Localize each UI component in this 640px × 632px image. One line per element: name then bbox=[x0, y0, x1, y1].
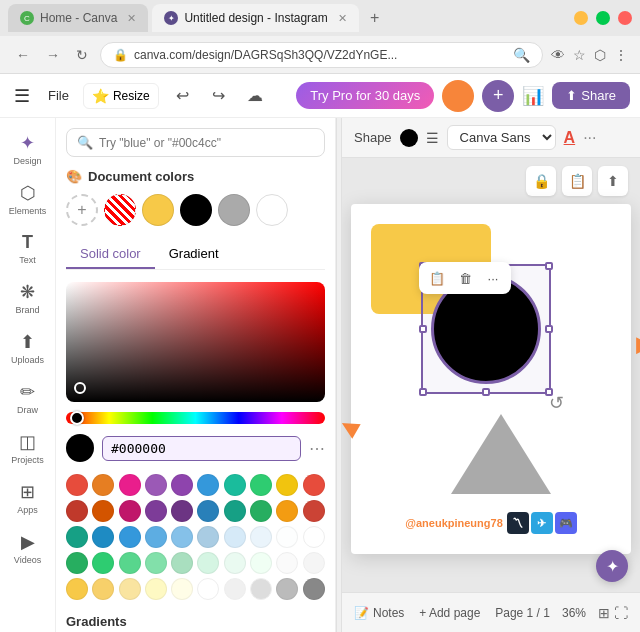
social-icon-telegram[interactable]: ✈ bbox=[531, 512, 553, 534]
swatch[interactable] bbox=[145, 500, 167, 522]
swatch[interactable] bbox=[119, 526, 141, 548]
swatch[interactable] bbox=[92, 526, 114, 548]
sidebar-item-uploads[interactable]: ⬆ Uploads bbox=[4, 325, 52, 371]
swatch[interactable] bbox=[171, 500, 193, 522]
swatch[interactable] bbox=[224, 500, 246, 522]
more-element-options[interactable]: ··· bbox=[481, 266, 505, 290]
selection-handle-lm[interactable] bbox=[419, 325, 427, 333]
redo-button[interactable]: ↪ bbox=[203, 80, 235, 112]
selection-handle-rm[interactable] bbox=[545, 325, 553, 333]
social-icon-steam[interactable]: 〽 bbox=[507, 512, 529, 534]
swatch[interactable] bbox=[303, 500, 325, 522]
swatch[interactable] bbox=[145, 526, 167, 548]
analytics-icon[interactable]: 📊 bbox=[522, 85, 544, 107]
home-tab-close[interactable]: ✕ bbox=[127, 12, 136, 25]
swatch[interactable] bbox=[276, 500, 298, 522]
add-color-button[interactable]: + bbox=[66, 194, 98, 226]
shape-color-dot[interactable] bbox=[400, 129, 418, 147]
swatch[interactable] bbox=[92, 578, 114, 600]
forward-button[interactable]: → bbox=[42, 45, 64, 65]
grid-view-button[interactable]: ⊞ bbox=[598, 605, 610, 621]
swatch[interactable] bbox=[145, 474, 167, 496]
swatch[interactable] bbox=[197, 526, 219, 548]
design-tab-close[interactable]: ✕ bbox=[338, 12, 347, 25]
swatch[interactable] bbox=[119, 578, 141, 600]
swatch[interactable] bbox=[303, 578, 325, 600]
new-tab-button[interactable]: + bbox=[363, 6, 387, 30]
swatch[interactable] bbox=[224, 526, 246, 548]
swatch[interactable] bbox=[303, 552, 325, 574]
swatch[interactable] bbox=[250, 578, 272, 600]
try-pro-button[interactable]: Try Pro for 30 days bbox=[296, 82, 434, 109]
swatch[interactable] bbox=[197, 552, 219, 574]
more-options-icon[interactable]: ··· bbox=[583, 129, 596, 147]
social-icon-discord[interactable]: 🎮 bbox=[555, 512, 577, 534]
hue-slider[interactable] bbox=[66, 412, 325, 424]
selection-handle-tr[interactable] bbox=[545, 262, 553, 270]
refresh-button[interactable]: ↻ bbox=[72, 45, 92, 65]
star-icon[interactable]: ☆ bbox=[573, 47, 586, 63]
swatch[interactable] bbox=[224, 578, 246, 600]
sidebar-item-elements[interactable]: ⬡ Elements bbox=[4, 176, 52, 222]
sidebar-item-draw[interactable]: ✏ Draw bbox=[4, 375, 52, 421]
color-picker[interactable] bbox=[66, 282, 325, 402]
share-button[interactable]: ⬆ Share bbox=[552, 82, 630, 109]
color-search-input[interactable] bbox=[99, 136, 314, 150]
delete-element-button[interactable]: 🗑 bbox=[453, 266, 477, 290]
swatch[interactable] bbox=[250, 500, 272, 522]
gray-triangle-shape[interactable] bbox=[451, 414, 551, 494]
swatch[interactable] bbox=[197, 500, 219, 522]
selection-handle-bm[interactable] bbox=[482, 388, 490, 396]
minimize-button[interactable] bbox=[574, 11, 588, 25]
swatch[interactable] bbox=[119, 474, 141, 496]
resize-button[interactable]: ⭐ Resize bbox=[83, 83, 159, 109]
swatch[interactable] bbox=[145, 578, 167, 600]
color-picker-handle[interactable] bbox=[74, 382, 86, 394]
swatch[interactable] bbox=[276, 526, 298, 548]
swatch[interactable] bbox=[250, 552, 272, 574]
swatch[interactable] bbox=[276, 578, 298, 600]
swatch[interactable] bbox=[66, 526, 88, 548]
cloud-save-button[interactable]: ☁ bbox=[239, 80, 271, 112]
sidebar-item-text[interactable]: T Text bbox=[4, 226, 52, 271]
swatch[interactable] bbox=[92, 552, 114, 574]
undo-button[interactable]: ↩ bbox=[167, 80, 199, 112]
user-avatar[interactable] bbox=[442, 80, 474, 112]
swatch[interactable] bbox=[92, 474, 114, 496]
menu-button[interactable]: ☰ bbox=[10, 81, 34, 111]
swatch[interactable] bbox=[145, 552, 167, 574]
swatch[interactable] bbox=[66, 552, 88, 574]
font-selector[interactable]: Canva Sans bbox=[447, 125, 556, 150]
file-menu-button[interactable]: File bbox=[42, 84, 75, 107]
swatch[interactable] bbox=[197, 474, 219, 496]
rotate-handle[interactable]: ↺ bbox=[549, 392, 564, 414]
swatch[interactable] bbox=[92, 500, 114, 522]
hex-input[interactable] bbox=[102, 436, 301, 461]
doc-color-white[interactable] bbox=[256, 194, 288, 226]
extension-icon[interactable]: ⬡ bbox=[594, 47, 606, 63]
hue-handle[interactable] bbox=[70, 411, 84, 425]
add-button[interactable]: + bbox=[482, 80, 514, 112]
sidebar-item-brand[interactable]: ❋ Brand bbox=[4, 275, 52, 321]
sidebar-item-design[interactable]: ✦ Design bbox=[4, 126, 52, 172]
sidebar-item-videos[interactable]: ▶ Videos bbox=[4, 525, 52, 571]
swatch[interactable] bbox=[66, 474, 88, 496]
more-options-icon[interactable]: ⋮ bbox=[614, 47, 628, 63]
copy-element-button[interactable]: 📋 bbox=[425, 266, 449, 290]
eye-off-icon[interactable]: 👁 bbox=[551, 47, 565, 63]
swatch[interactable] bbox=[171, 578, 193, 600]
sidebar-item-apps[interactable]: ⊞ Apps bbox=[4, 475, 52, 521]
swatch[interactable] bbox=[197, 578, 219, 600]
eyedropper-tool[interactable]: ⋯ bbox=[309, 439, 325, 458]
swatch[interactable] bbox=[250, 474, 272, 496]
text-color-icon[interactable]: A bbox=[564, 129, 576, 147]
selection-handle-bl[interactable] bbox=[419, 388, 427, 396]
swatch[interactable] bbox=[119, 552, 141, 574]
color-search-bar[interactable]: 🔍 bbox=[66, 128, 325, 157]
doc-color-black[interactable] bbox=[180, 194, 212, 226]
doc-color-striped[interactable] bbox=[104, 194, 136, 226]
close-button[interactable] bbox=[618, 11, 632, 25]
swatch[interactable] bbox=[119, 500, 141, 522]
doc-color-gray[interactable] bbox=[218, 194, 250, 226]
swatch[interactable] bbox=[171, 474, 193, 496]
